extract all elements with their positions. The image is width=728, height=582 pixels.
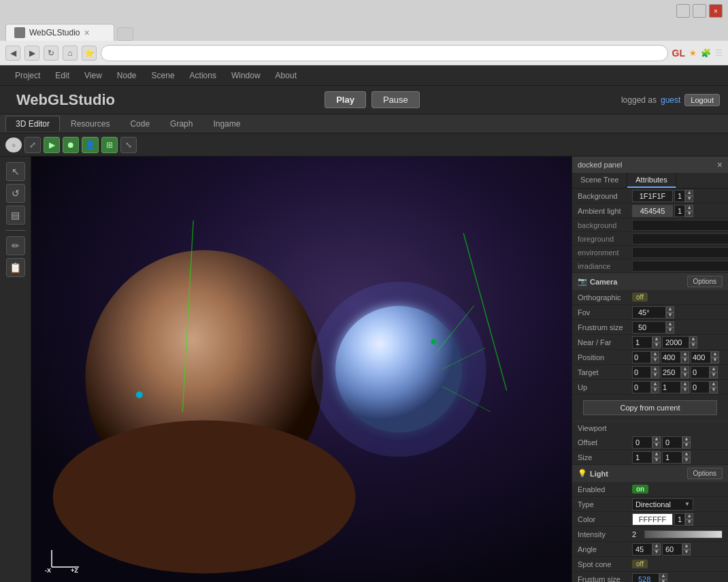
angle2-down[interactable]: ▼ — [682, 549, 691, 555]
menu-edit[interactable]: Edit — [48, 68, 76, 83]
frustrum-value[interactable]: 50 — [632, 321, 666, 334]
tgt-x-down[interactable]: ▼ — [651, 372, 659, 378]
logout-button[interactable]: Logout — [684, 94, 720, 106]
ambient-value[interactable]: 454545 — [632, 205, 673, 217]
far-value[interactable]: 2000 — [662, 336, 689, 349]
light-color-value[interactable]: FFFFFF — [632, 513, 673, 526]
tab-code[interactable]: Code — [120, 116, 159, 131]
angle1-down[interactable]: ▼ — [652, 549, 661, 555]
amb-mult-down[interactable]: ▼ — [685, 211, 693, 217]
expand-button[interactable]: ⤡ — [120, 137, 137, 153]
scene-tree-tab[interactable]: Scene Tree — [572, 173, 627, 188]
menu-view[interactable]: View — [78, 68, 109, 83]
near-down[interactable]: ▼ — [652, 342, 661, 349]
minimize-button[interactable]: ─ — [676, 4, 690, 18]
menu-scene[interactable]: Scene — [145, 68, 182, 83]
copy-from-current-button[interactable]: Copy from current — [583, 400, 717, 415]
pause-button[interactable]: Pause — [371, 91, 420, 108]
pos-x[interactable]: 0 — [632, 351, 651, 363]
browser-tab[interactable]: WebGLStudio × — [5, 24, 114, 41]
env-irr-input[interactable] — [632, 261, 728, 272]
notes-tool[interactable]: 📋 — [6, 258, 25, 277]
tgt-y[interactable]: 250 — [661, 366, 681, 378]
light-type-dropdown[interactable]: Directional ▼ — [632, 498, 693, 511]
new-tab-button[interactable]: + — [117, 27, 133, 41]
offset-y-down[interactable]: ▼ — [682, 442, 691, 449]
up-x-down[interactable]: ▼ — [651, 387, 659, 393]
panel-close-button[interactable]: × — [717, 159, 723, 170]
viewport[interactable]: -X +Z — [31, 157, 572, 582]
person-button[interactable]: 👤 — [82, 137, 99, 153]
pos-y[interactable]: 400 — [661, 351, 681, 363]
pos-z-down[interactable]: ▼ — [711, 357, 719, 363]
grid-button[interactable]: ⊞ — [101, 137, 118, 153]
offset-y[interactable]: 0 — [662, 436, 682, 449]
background-value[interactable]: 1F1F1F — [632, 190, 673, 202]
light-enabled-value[interactable]: on — [632, 485, 648, 494]
spot-cone-value[interactable]: off — [632, 560, 648, 568]
light-options-button[interactable]: Options — [687, 468, 723, 479]
transform-button[interactable]: ⤢ — [24, 137, 41, 153]
play-tool-button[interactable]: ▶ — [44, 137, 60, 153]
refresh-button[interactable]: ↻ — [44, 46, 59, 61]
menu-node[interactable]: Node — [110, 68, 144, 83]
forward-button[interactable]: ▶ — [24, 46, 39, 61]
bg-mult-down[interactable]: ▼ — [685, 196, 693, 202]
env-fg-input[interactable] — [632, 233, 728, 244]
tab-resources[interactable]: Resources — [61, 116, 119, 131]
size-x[interactable]: 1 — [632, 451, 652, 464]
env-env-input[interactable] — [632, 247, 728, 258]
tab-ingame[interactable]: Ingame — [203, 116, 250, 131]
rotate-tool[interactable]: ↺ — [6, 184, 25, 203]
tgt-x[interactable]: 0 — [632, 366, 651, 378]
brush-tool[interactable]: ✏ — [6, 236, 25, 255]
intensity-bar[interactable] — [644, 530, 723, 538]
far-down[interactable]: ▼ — [689, 342, 697, 349]
bookmark-button[interactable]: ⭐ — [82, 46, 97, 61]
back-button[interactable]: ◀ — [5, 46, 20, 61]
pos-x-down[interactable]: ▼ — [651, 357, 659, 363]
menu-window[interactable]: Window — [225, 68, 267, 83]
offset-x[interactable]: 0 — [632, 436, 652, 449]
near-value[interactable]: 1 — [632, 336, 652, 349]
size-y[interactable]: 1 — [662, 451, 682, 464]
address-input[interactable] — [101, 45, 668, 61]
star-icon[interactable]: ★ — [689, 48, 697, 58]
up-z[interactable]: 0 — [691, 381, 710, 393]
menu-icon[interactable]: ☰ — [715, 48, 723, 58]
fov-down[interactable]: ▼ — [666, 312, 674, 319]
play-button[interactable]: Play — [325, 91, 366, 108]
up-y-down[interactable]: ▼ — [681, 387, 689, 393]
angle-val2[interactable]: 60 — [662, 543, 682, 555]
menu-project[interactable]: Project — [8, 68, 47, 83]
size-y-down[interactable]: ▼ — [682, 457, 691, 464]
tab-graph[interactable]: Graph — [161, 116, 202, 131]
pos-z[interactable]: 400 — [691, 351, 711, 363]
layers-tool[interactable]: ▤ — [6, 206, 25, 225]
color-mult-down[interactable]: ▼ — [685, 519, 693, 526]
attributes-tab[interactable]: Attributes — [627, 173, 676, 188]
up-y[interactable]: 1 — [661, 381, 681, 393]
up-x[interactable]: 0 — [632, 381, 651, 393]
env-bg-input[interactable] — [632, 220, 728, 231]
close-button[interactable]: × — [709, 4, 723, 18]
offset-x-down[interactable]: ▼ — [652, 442, 661, 449]
up-z-down[interactable]: ▼ — [710, 387, 718, 393]
menu-actions[interactable]: Actions — [183, 68, 223, 83]
fov-value[interactable]: 45° — [632, 306, 666, 319]
camera-options-button[interactable]: Options — [687, 276, 723, 287]
record-button[interactable]: ⏺ — [63, 137, 79, 153]
size-x-down[interactable]: ▼ — [652, 457, 661, 464]
tab-close-button[interactable]: × — [84, 27, 90, 38]
menu-about[interactable]: About — [269, 68, 303, 83]
angle-val1[interactable]: 45 — [632, 543, 652, 555]
circle-tool-button[interactable]: ● — [5, 138, 22, 152]
select-tool[interactable]: ↖ — [6, 162, 25, 181]
light-frustum-down[interactable]: ▼ — [659, 579, 667, 583]
frustrum-down[interactable]: ▼ — [666, 327, 674, 334]
maximize-button[interactable]: □ — [693, 4, 706, 18]
tgt-z-down[interactable]: ▼ — [710, 372, 718, 378]
tab-3d-editor[interactable]: 3D Editor — [5, 116, 60, 131]
ortho-value[interactable]: off — [632, 293, 648, 302]
light-frustum-value[interactable]: 528 — [632, 573, 659, 583]
